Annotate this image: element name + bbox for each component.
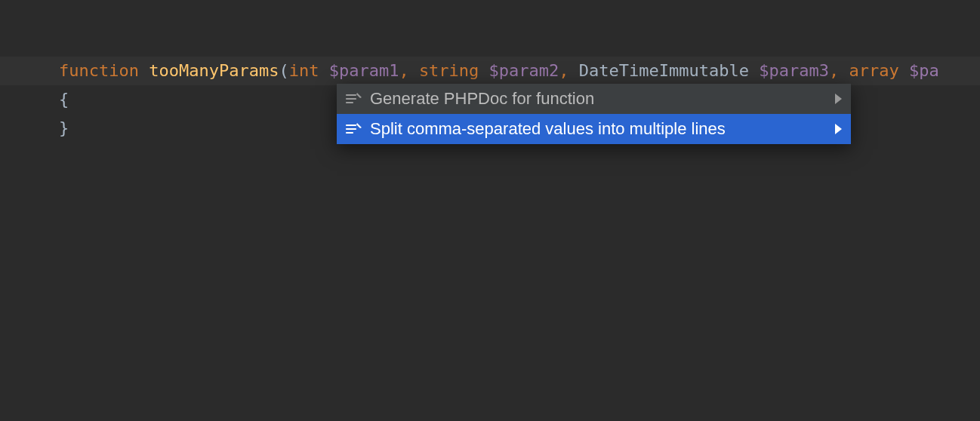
intention-action-generate-phpdoc[interactable]: Generate PHPDoc for function [337,84,851,114]
chevron-right-icon [835,124,842,134]
intention-actions-popup: Generate PHPDoc for function Split comma… [337,84,851,144]
intention-action-label: Generate PHPDoc for function [370,89,829,109]
token-comma: , [829,61,839,80]
token-variable: $param3 [759,61,829,80]
token-function-name: tooManyParams [149,61,279,80]
token-keyword-function: function [59,61,139,80]
token-comma: , [559,61,569,80]
intention-bulb-icon [344,120,362,138]
token-type: DateTimeImmutable [579,61,749,80]
token-variable: $param1 [329,61,399,80]
token-paren-open: ( [279,61,288,80]
token-variable: $pa [909,61,939,80]
token-type: int [289,61,319,80]
token-type: string [419,61,479,80]
token-brace-open: { [59,90,69,109]
token-type: array [849,61,898,80]
intention-action-split-values[interactable]: Split comma-separated values into multip… [337,114,851,144]
intention-action-label: Split comma-separated values into multip… [370,119,829,139]
token-brace-close: } [59,118,69,137]
editor-top-gap [0,0,980,57]
token-variable: $param2 [489,61,559,80]
chevron-right-icon [835,94,842,104]
intention-bulb-icon [344,90,362,108]
code-line-1[interactable]: function tooManyParams(int $param1, stri… [0,57,980,85]
token-comma: , [399,61,408,80]
